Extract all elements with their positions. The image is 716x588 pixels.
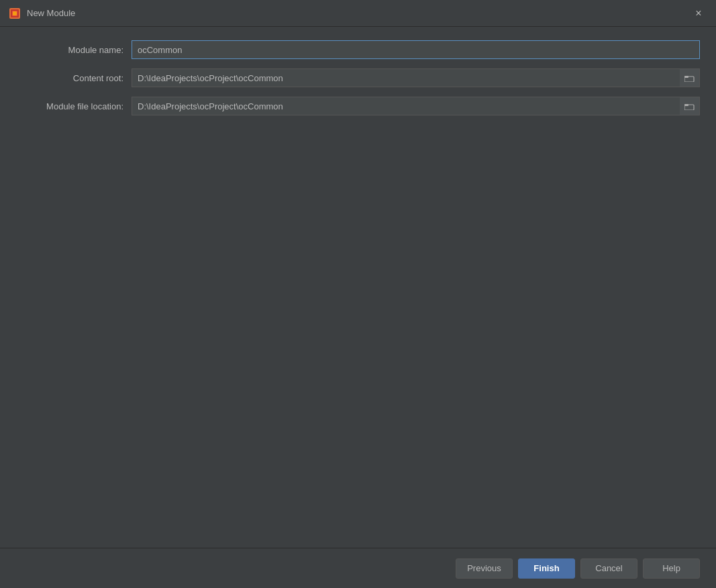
module-name-row: Module name: [16, 40, 700, 59]
module-icon [8, 7, 21, 20]
title-bar: New Module × [0, 0, 716, 27]
module-file-location-input-wrapper [132, 97, 700, 115]
svg-rect-7 [684, 104, 688, 106]
main-content: Module name: Content root: Module file l… [0, 27, 716, 129]
svg-rect-5 [684, 76, 688, 78]
help-button[interactable]: Help [643, 558, 700, 579]
cancel-button[interactable]: Cancel [580, 558, 637, 579]
content-root-input-wrapper [132, 68, 700, 87]
module-name-label: Module name: [16, 45, 123, 55]
content-root-label: Content root: [16, 73, 123, 83]
module-name-input-wrapper [132, 40, 700, 59]
module-file-location-browse-button[interactable] [680, 97, 700, 115]
close-button[interactable]: × [689, 4, 708, 23]
finish-button[interactable]: Finish [518, 558, 575, 579]
module-file-location-input[interactable] [132, 97, 700, 115]
content-root-input[interactable] [132, 68, 700, 87]
title-bar-left: New Module [8, 7, 75, 20]
dialog-title: New Module [27, 8, 75, 18]
module-file-location-label: Module file location: [16, 101, 123, 111]
previous-button[interactable]: Previous [456, 558, 513, 579]
module-file-location-row: Module file location: [16, 97, 700, 115]
bottom-bar: Previous Finish Cancel Help [0, 548, 716, 588]
content-root-browse-button[interactable] [680, 68, 700, 87]
content-root-row: Content root: [16, 68, 700, 87]
module-name-input[interactable] [132, 40, 700, 59]
svg-rect-3 [13, 11, 17, 15]
